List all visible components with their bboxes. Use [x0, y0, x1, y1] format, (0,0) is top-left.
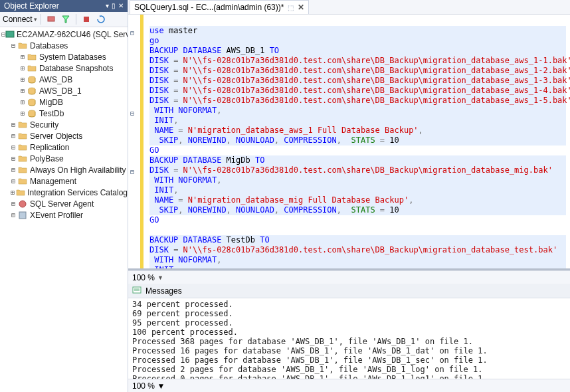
messages-output[interactable]: 34 percent processed. 69 percent process…	[128, 298, 570, 379]
code-content[interactable]: use master go BACKUP DATABASE AWS_DB_1 T…	[145, 15, 570, 268]
disconnect-icon[interactable]	[45, 13, 58, 25]
server-icon	[5, 30, 15, 39]
folder-icon	[16, 188, 25, 197]
folder-icon	[17, 120, 28, 130]
msg-line: 100 percent processed.	[132, 328, 566, 337]
object-explorer-toolbar: Connect ▾	[0, 12, 128, 27]
pin-icon[interactable]: ▯	[112, 3, 116, 9]
database-icon	[27, 75, 37, 84]
zoom-dropdown[interactable]: 100 % ▼	[132, 381, 165, 391]
tree-replication[interactable]: ⊞ Replication	[0, 142, 128, 153]
msg-line: Processed 0 pages for database 'AWS_DB_1…	[132, 374, 566, 379]
messages-zoom-bar: 100 % ▼	[128, 379, 570, 392]
msg-line: Processed 16 pages for database 'AWS_DB_…	[132, 346, 566, 355]
messages-icon	[132, 286, 142, 296]
database-icon	[27, 98, 37, 107]
tree-xevent[interactable]: ⊞ XEvent Profiler	[0, 209, 128, 221]
svg-rect-2	[84, 17, 89, 22]
msg-line: 34 percent processed.	[132, 300, 566, 309]
chevron-down-icon: ▼	[157, 381, 165, 391]
folder-icon	[17, 41, 28, 50]
object-explorer-title: Object Explorer	[4, 1, 59, 11]
svg-rect-0	[48, 17, 54, 21]
close-panel-icon[interactable]: ✕	[118, 3, 124, 9]
editor-area: SQLQuery1.sql - EC...(admin\admin (63))*…	[128, 0, 570, 392]
svg-marker-1	[62, 16, 69, 23]
xevent-icon	[17, 211, 28, 220]
zoom-dropdown[interactable]: 100 % ▼	[132, 273, 163, 282]
svg-rect-4	[6, 31, 14, 37]
tree-awsdb1[interactable]: ⊞ AWS_DB_1	[0, 85, 128, 96]
msg-line: Processed 2 pages for database 'AWS_DB_1…	[132, 365, 566, 374]
tab-label: SQLQuery1.sql - EC...(admin\admin (63))*	[134, 3, 284, 12]
connect-button[interactable]: Connect	[3, 15, 33, 24]
sql-editor[interactable]: ⊟ ⊟ ⊟ use master go BACKUP DATABASE AWS_…	[128, 15, 570, 270]
tree-security[interactable]: ⊞ Security	[0, 119, 128, 130]
msg-line: 95 percent processed.	[132, 318, 566, 328]
tree-awsdb[interactable]: ⊞ AWS_DB	[0, 74, 128, 85]
tree-databases[interactable]: ⊟ Databases	[0, 40, 128, 51]
dropdown-icon[interactable]: ▾	[106, 3, 109, 9]
msg-line: Processed 368 pages for database 'AWS_DB…	[132, 337, 566, 346]
folder-icon	[17, 132, 28, 141]
object-explorer-panel: Object Explorer ▾ ▯ ✕ Connect ▾ ⊟ EC2AMA…	[0, 0, 128, 392]
close-tab-icon[interactable]: ✕	[298, 3, 304, 12]
filter-icon[interactable]	[59, 13, 72, 25]
editor-tabbar: SQLQuery1.sql - EC...(admin\admin (63))*…	[128, 0, 570, 15]
folder-icon	[17, 154, 28, 163]
fold-icon[interactable]: ⊟	[128, 110, 136, 117]
tree-system-databases[interactable]: ⊞ System Databases	[0, 51, 128, 62]
svg-point-9	[19, 201, 26, 207]
folder-icon	[27, 52, 37, 62]
tree-polybase[interactable]: ⊞ PolyBase	[0, 153, 128, 164]
tree-always-on[interactable]: ⊞ Always On High Availability	[0, 164, 128, 175]
folder-icon	[17, 143, 28, 152]
tree-migdb[interactable]: ⊞ MigDB	[0, 96, 128, 108]
tree-integration[interactable]: ⊞ Integration Services Catalog	[0, 187, 128, 198]
object-explorer-titlebar: Object Explorer ▾ ▯ ✕	[0, 0, 128, 12]
tree-server-node[interactable]: ⊟ EC2AMAZ-962CU46 (SQL Serve	[0, 29, 128, 40]
folder-icon	[27, 64, 37, 73]
msg-line: Processed 16 pages for database 'AWS_DB_…	[132, 355, 566, 365]
editor-tab[interactable]: SQLQuery1.sql - EC...(admin\admin (63))*…	[130, 0, 309, 14]
stop-icon[interactable]	[80, 13, 93, 25]
msg-line: 69 percent processed.	[132, 309, 566, 318]
tree-db-snapshots[interactable]: ⊞ Database Snapshots	[0, 62, 128, 74]
editor-zoom-bar: 100 % ▼	[128, 270, 570, 284]
folder-icon	[17, 177, 28, 186]
svg-rect-10	[19, 212, 26, 219]
database-icon	[27, 109, 37, 118]
database-icon	[27, 86, 37, 96]
messages-tab[interactable]: Messages	[128, 284, 570, 298]
folder-icon	[17, 165, 28, 175]
fold-icon[interactable]: ⊟	[128, 29, 136, 37]
tree-management[interactable]: ⊞ Management	[0, 175, 128, 187]
object-explorer-tree[interactable]: ⊟ EC2AMAZ-962CU46 (SQL Serve ⊟ Databases…	[0, 27, 128, 392]
tree-testdb[interactable]: ⊞ TestDb	[0, 108, 128, 119]
agent-icon	[17, 199, 28, 209]
pin-tab-icon[interactable]: ⬚	[288, 4, 294, 11]
messages-tab-label: Messages	[145, 286, 182, 296]
tree-agent[interactable]: ⊞ SQL Server Agent	[0, 198, 128, 209]
fold-icon[interactable]: ⊟	[128, 168, 136, 175]
chevron-down-icon: ▼	[157, 274, 163, 281]
tree-server-objects[interactable]: ⊞ Server Objects	[0, 130, 128, 142]
refresh-icon[interactable]	[94, 13, 108, 25]
